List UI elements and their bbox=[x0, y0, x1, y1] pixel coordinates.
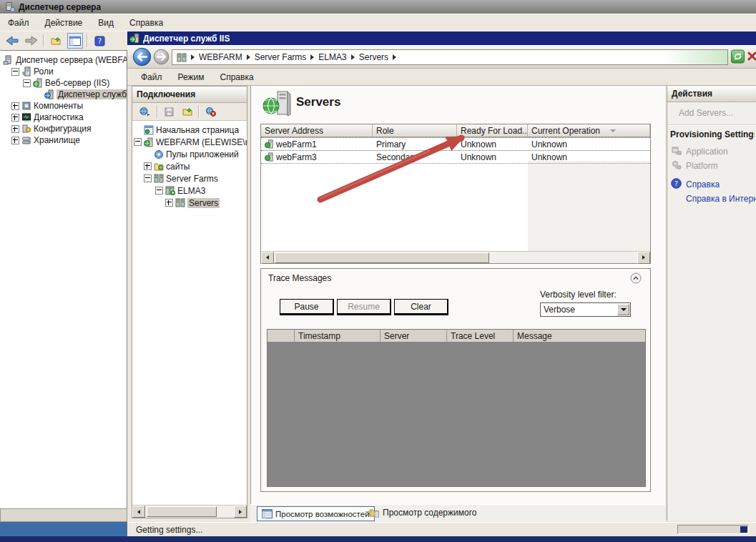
breadcrumb-address-bar[interactable]: WEBFARM Server Farms ELMA3 Servers bbox=[172, 49, 728, 65]
expand-expander-icon[interactable] bbox=[11, 137, 19, 144]
menu-file[interactable]: Файл bbox=[0, 16, 37, 30]
connect-server-icon[interactable] bbox=[135, 104, 154, 119]
clear-button[interactable]: Clear bbox=[394, 299, 448, 315]
console-tree-toggle-icon[interactable] bbox=[67, 33, 83, 49]
server-row-icon bbox=[265, 152, 274, 162]
scrollbar-thumb[interactable] bbox=[275, 252, 489, 263]
connections-horizontal-scrollbar[interactable] bbox=[132, 505, 247, 518]
breadcrumb-separator-icon[interactable] bbox=[247, 54, 250, 60]
add-servers-action[interactable]: Add Servers... bbox=[679, 108, 733, 118]
address-progress bbox=[663, 50, 727, 64]
server-manager-icon bbox=[3, 55, 14, 65]
conn-item-elma3[interactable]: ELMA3 bbox=[132, 184, 247, 197]
listview-header: Server Address Role Ready For Load... Cu… bbox=[261, 124, 650, 137]
breadcrumb-separator-icon[interactable] bbox=[191, 54, 195, 60]
collapse-expander-icon[interactable] bbox=[23, 79, 31, 87]
expand-expander-icon[interactable] bbox=[11, 114, 19, 122]
expand-expander-icon[interactable] bbox=[11, 125, 19, 133]
tab-features-view[interactable]: Просмотр возможностей bbox=[257, 506, 375, 521]
breadcrumb-separator-icon[interactable] bbox=[351, 54, 355, 60]
iis-menubar: Файл Режим Справка bbox=[127, 69, 756, 86]
expand-expander-icon[interactable] bbox=[11, 102, 19, 110]
menu-action[interactable]: Действие bbox=[37, 16, 91, 30]
tree-item-configuration[interactable]: Конфигурация bbox=[0, 123, 127, 134]
iis-menu-file[interactable]: Файл bbox=[133, 70, 170, 84]
actions-header: Действия bbox=[667, 86, 756, 102]
scroll-left-icon[interactable] bbox=[261, 252, 274, 264]
table-row-webfarm3[interactable]: webFarm3 Secondary Unknown Unknown bbox=[261, 151, 650, 164]
conn-item-sites[interactable]: сайты bbox=[132, 160, 247, 172]
column-current-operation[interactable]: Current Operation bbox=[528, 124, 650, 137]
server-manager-tree: Диспетчер сервера (WEBFARM Роли Веб-серв… bbox=[0, 50, 127, 508]
actions-divider bbox=[667, 124, 756, 126]
tree-item-iis-manager[interactable]: Диспетчер служб IIS bbox=[0, 89, 127, 100]
conn-item-servers[interactable]: Servers bbox=[132, 197, 247, 209]
open-folder-icon[interactable] bbox=[48, 33, 64, 49]
column-message[interactable]: Message bbox=[514, 330, 645, 342]
tree-item-roles[interactable]: Роли bbox=[0, 66, 127, 77]
tree-item-web-server[interactable]: Веб-сервер (IIS) bbox=[0, 77, 127, 89]
expand-expander-icon[interactable] bbox=[165, 199, 173, 207]
servers-node-icon bbox=[177, 53, 187, 62]
iis-menu-help[interactable]: Справка bbox=[212, 70, 262, 84]
expand-expander-icon[interactable] bbox=[144, 162, 152, 170]
collapse-expander-icon[interactable] bbox=[155, 187, 163, 194]
actions-panel: Действия Add Servers... Provisioning Set… bbox=[667, 86, 756, 521]
scroll-right-icon[interactable] bbox=[234, 506, 247, 518]
help-icon[interactable]: ? bbox=[92, 33, 107, 49]
tree-item-storage[interactable]: Хранилище bbox=[0, 134, 127, 146]
breadcrumb-separator-icon[interactable] bbox=[393, 54, 396, 60]
forward-button-icon[interactable] bbox=[153, 49, 170, 65]
up-folder-icon[interactable] bbox=[180, 104, 195, 119]
tree-item-components[interactable]: Компоненты bbox=[0, 100, 127, 112]
stop-button-icon[interactable] bbox=[747, 51, 756, 61]
iis-menu-mode[interactable]: Режим bbox=[170, 70, 212, 84]
column-ready-for-load[interactable]: Ready For Load... bbox=[457, 124, 528, 137]
scroll-right-icon[interactable] bbox=[637, 252, 650, 264]
svg-text:?: ? bbox=[674, 179, 678, 187]
tab-content-view[interactable]: Просмотр содержимого bbox=[369, 508, 476, 518]
menu-help[interactable]: Справка bbox=[122, 16, 171, 30]
breadcrumb-webfarm[interactable]: WEBFARM bbox=[199, 52, 242, 62]
scroll-left-icon[interactable] bbox=[132, 506, 145, 518]
column-trace-level[interactable]: Trace Level bbox=[447, 330, 514, 342]
tree-item-diagnostics[interactable]: Диагностика bbox=[0, 112, 127, 123]
menu-view[interactable]: Вид bbox=[90, 16, 122, 30]
platform-action[interactable]: Platform bbox=[686, 161, 718, 171]
conn-item-start-page[interactable]: Начальная страница bbox=[132, 124, 247, 136]
tree-item-root[interactable]: Диспетчер сервера (WEBFARM bbox=[0, 54, 127, 66]
refresh-button-icon[interactable] bbox=[731, 49, 745, 64]
column-timestamp[interactable]: Timestamp bbox=[295, 330, 381, 342]
save-icon[interactable] bbox=[161, 104, 177, 119]
disconnect-icon[interactable] bbox=[202, 104, 218, 119]
breadcrumb-separator-icon[interactable] bbox=[310, 54, 314, 60]
collapse-expander-icon[interactable] bbox=[134, 138, 142, 146]
scrollbar-thumb[interactable] bbox=[147, 506, 217, 517]
column-server[interactable]: Server bbox=[381, 330, 447, 342]
online-help-action[interactable]: Справка в Интернете bbox=[686, 194, 756, 204]
breadcrumb-servers[interactable]: Servers bbox=[359, 52, 388, 62]
column-role[interactable]: Role bbox=[373, 124, 457, 137]
back-button-icon[interactable] bbox=[132, 47, 152, 66]
column-server-address[interactable]: Server Address bbox=[261, 124, 373, 137]
column-blank[interactable] bbox=[267, 330, 295, 342]
application-action[interactable]: Application bbox=[686, 147, 728, 157]
back-icon[interactable] bbox=[4, 33, 20, 49]
pause-button[interactable]: Pause bbox=[280, 299, 334, 315]
table-row-webfarm1[interactable]: webFarm1 Primary Unknown Unknown bbox=[261, 137, 650, 151]
breadcrumb-elma3[interactable]: ELMA3 bbox=[318, 52, 346, 62]
resume-button[interactable]: Resume bbox=[337, 299, 391, 315]
collapse-expander-icon[interactable] bbox=[144, 174, 152, 182]
collapse-expander-icon[interactable] bbox=[11, 68, 19, 76]
listview-horizontal-scrollbar[interactable] bbox=[261, 251, 650, 263]
conn-item-server[interactable]: WEBFARM (ELEWISE\n.s bbox=[132, 136, 247, 148]
help-action[interactable]: Справка bbox=[686, 179, 720, 189]
left-blue-strip bbox=[0, 522, 127, 536]
conn-item-app-pools[interactable]: Пулы приложений bbox=[132, 148, 247, 160]
dropdown-arrow-icon[interactable] bbox=[617, 304, 629, 315]
verbosity-select[interactable]: Verbose bbox=[540, 302, 631, 317]
conn-item-server-farms[interactable]: Server Farms bbox=[132, 172, 247, 184]
forward-icon[interactable] bbox=[24, 33, 39, 49]
collapse-chevron-icon[interactable] bbox=[630, 272, 642, 284]
breadcrumb-server-farms[interactable]: Server Farms bbox=[255, 52, 307, 62]
